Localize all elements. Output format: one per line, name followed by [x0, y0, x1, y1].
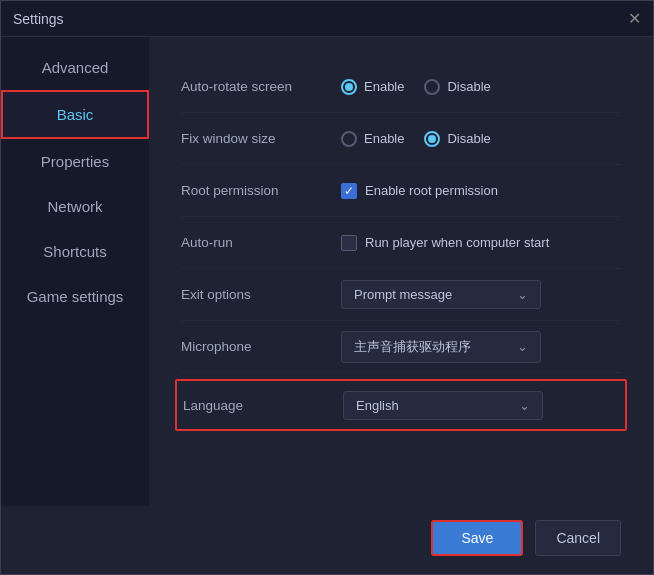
fix-window-disable-option[interactable]: Disable [424, 131, 490, 147]
auto-run-label: Auto-run [181, 235, 341, 250]
microphone-dropdown[interactable]: 主声音捕获驱动程序 ⌄ [341, 331, 541, 363]
window-title: Settings [13, 11, 64, 27]
fix-window-enable-option[interactable]: Enable [341, 131, 404, 147]
root-permission-row: Root permission ✓ Enable root permission [181, 165, 621, 217]
root-permission-checkbox-label: Enable root permission [365, 183, 498, 198]
fix-window-enable-label: Enable [364, 131, 404, 146]
exit-options-controls: Prompt message ⌄ [341, 280, 621, 309]
checkmark-icon: ✓ [344, 185, 354, 197]
sidebar-item-advanced[interactable]: Advanced [1, 45, 149, 90]
window-content: Advanced Basic Properties Network Shortc… [1, 37, 653, 506]
microphone-row: Microphone 主声音捕获驱动程序 ⌄ [181, 321, 621, 373]
root-permission-checkbox[interactable]: ✓ [341, 183, 357, 199]
fix-window-label: Fix window size [181, 131, 341, 146]
fix-window-disable-label: Disable [447, 131, 490, 146]
auto-rotate-row: Auto-rotate screen Enable Disable [181, 61, 621, 113]
fix-window-enable-radio[interactable] [341, 131, 357, 147]
auto-run-checkbox-label: Run player when computer start [365, 235, 549, 250]
auto-rotate-label: Auto-rotate screen [181, 79, 341, 94]
exit-options-dropdown[interactable]: Prompt message ⌄ [341, 280, 541, 309]
settings-window: Settings ✕ Advanced Basic Properties Net… [0, 0, 654, 575]
exit-options-value: Prompt message [354, 287, 452, 302]
language-label: Language [183, 398, 343, 413]
main-panel: Auto-rotate screen Enable Disable Fix wi… [149, 37, 653, 506]
language-dropdown[interactable]: English ⌄ [343, 391, 543, 420]
save-button[interactable]: Save [431, 520, 523, 556]
sidebar-item-shortcuts[interactable]: Shortcuts [1, 229, 149, 274]
cancel-button[interactable]: Cancel [535, 520, 621, 556]
sidebar-item-properties[interactable]: Properties [1, 139, 149, 184]
close-button[interactable]: ✕ [628, 9, 641, 28]
auto-rotate-enable-radio[interactable] [341, 79, 357, 95]
fix-window-controls: Enable Disable [341, 131, 621, 147]
microphone-label: Microphone [181, 339, 341, 354]
auto-rotate-enable-option[interactable]: Enable [341, 79, 404, 95]
auto-rotate-disable-label: Disable [447, 79, 490, 94]
fix-window-disable-radio[interactable] [424, 131, 440, 147]
microphone-value: 主声音捕获驱动程序 [354, 338, 471, 356]
sidebar-item-game-settings[interactable]: Game settings [1, 274, 149, 319]
footer: Save Cancel [1, 506, 653, 574]
auto-rotate-controls: Enable Disable [341, 79, 621, 95]
language-controls: English ⌄ [343, 391, 619, 420]
auto-run-controls: Run player when computer start [341, 235, 621, 251]
auto-run-checkbox-option[interactable]: Run player when computer start [341, 235, 549, 251]
auto-rotate-enable-label: Enable [364, 79, 404, 94]
language-row: Language English ⌄ [175, 379, 627, 431]
auto-run-checkbox[interactable] [341, 235, 357, 251]
chevron-down-icon: ⌄ [519, 398, 530, 413]
auto-rotate-disable-radio[interactable] [424, 79, 440, 95]
auto-rotate-disable-option[interactable]: Disable [424, 79, 490, 95]
fix-window-row: Fix window size Enable Disable [181, 113, 621, 165]
chevron-down-icon: ⌄ [517, 339, 528, 354]
exit-options-label: Exit options [181, 287, 341, 302]
root-permission-checkbox-option[interactable]: ✓ Enable root permission [341, 183, 498, 199]
auto-run-row: Auto-run Run player when computer start [181, 217, 621, 269]
sidebar: Advanced Basic Properties Network Shortc… [1, 37, 149, 506]
microphone-controls: 主声音捕获驱动程序 ⌄ [341, 331, 621, 363]
exit-options-row: Exit options Prompt message ⌄ [181, 269, 621, 321]
sidebar-item-network[interactable]: Network [1, 184, 149, 229]
root-permission-label: Root permission [181, 183, 341, 198]
root-permission-controls: ✓ Enable root permission [341, 183, 621, 199]
language-value: English [356, 398, 399, 413]
chevron-down-icon: ⌄ [517, 287, 528, 302]
sidebar-item-basic[interactable]: Basic [1, 90, 149, 139]
titlebar: Settings ✕ [1, 1, 653, 37]
